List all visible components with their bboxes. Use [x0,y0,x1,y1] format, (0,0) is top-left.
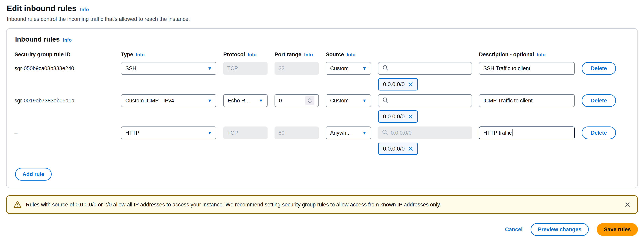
port-range-field-disabled: 80 [274,126,319,139]
source-select-value: Anywh... [330,130,351,136]
protocol-info-link[interactable]: Info [248,52,257,57]
col-header-rule-id: Security group rule ID [14,52,70,58]
type-select[interactable]: Custom ICMP - IPv4 ▼ [121,94,216,107]
preview-changes-button[interactable]: Preview changes [530,223,589,236]
source-chip-row: 0.0.0.0/0 [378,78,472,91]
chevron-down-icon: ▼ [362,98,367,103]
chevron-down-icon: ▼ [208,98,212,103]
warning-text: Rules with source of 0.0.0.0/0 or ::/0 a… [26,202,441,208]
source-info-link[interactable]: Info [347,52,356,57]
source-search-input[interactable] [378,62,472,75]
protocol-value: TCP [227,130,238,136]
cidr-chip-label: 0.0.0.0/0 [383,146,405,152]
col-header-port-range: Port range [274,52,301,58]
source-select[interactable]: Anywh... ▼ [326,126,371,139]
port-range-field-disabled: 22 [274,62,319,75]
description-input-focused[interactable]: HTTP traffic [479,126,575,139]
add-rule-button[interactable]: Add rule [15,168,52,181]
cidr-chip: 0.0.0.0/0 [378,143,418,155]
col-header-description: Description - optional [479,52,534,58]
cidr-chip-label: 0.0.0.0/0 [383,113,405,120]
type-info-link[interactable]: Info [136,52,144,57]
delete-button[interactable]: Delete [582,126,616,139]
rule-row-icmp: sgr-0019eb7383eb05a1a Custom ICMP - IPv4… [14,94,630,123]
protocol-select[interactable]: Echo R... ▼ [223,94,268,107]
source-search-input[interactable] [378,94,472,107]
page-subtitle: Inbound rules control the incoming traff… [7,16,638,22]
search-icon [382,97,388,104]
description-value: ICMP Traffic to client [483,98,532,104]
chevron-down-icon: ▼ [208,66,212,71]
remove-chip-icon[interactable] [408,82,414,87]
source-select[interactable]: Custom ▼ [326,94,371,107]
remove-chip-icon[interactable] [408,146,414,152]
search-icon [382,129,388,137]
port-range-info-link[interactable]: Info [304,52,313,57]
rule-id-text: – [14,126,114,139]
rule-row-http: – HTTP ▼ TCP 80 Anywh... ▼ 0.0.0.0/0 [14,126,630,155]
port-range-value: 22 [278,65,284,72]
warning-icon [14,200,22,209]
port-range-value: 0 [279,98,282,104]
source-select-value: Custom [330,98,348,104]
description-value: HTTP traffic [483,130,512,136]
panel-title-info-link[interactable]: Info [63,37,72,43]
rule-row-ssh: sgr-050b9ca03b833e240 SSH ▼ TCP 22 Custo… [14,62,630,91]
rule-id-text: sgr-0019eb7383eb05a1a [14,94,114,107]
cidr-chip-label: 0.0.0.0/0 [383,81,405,88]
save-rules-button[interactable]: Save rules [597,223,638,236]
search-placeholder: 0.0.0.0/0 [391,130,412,136]
description-info-link[interactable]: Info [537,52,546,57]
source-select[interactable]: Custom ▼ [326,62,371,75]
col-header-type: Type [121,52,133,58]
source-chip-row: 0.0.0.0/0 [378,143,472,155]
description-input[interactable]: SSH Traffic to client [479,62,575,75]
type-select[interactable]: HTTP ▼ [121,126,216,139]
cidr-chip: 0.0.0.0/0 [378,110,418,123]
type-select[interactable]: SSH ▼ [121,62,216,75]
search-icon [382,65,388,72]
source-chip-row: 0.0.0.0/0 [378,110,472,123]
type-select-value: SSH [125,65,136,72]
delete-button[interactable]: Delete [582,94,616,107]
description-input[interactable]: ICMP Traffic to client [479,94,575,107]
page-title: Edit inbound rules [7,4,76,13]
port-range-value: 80 [278,130,284,136]
panel-header: Inbound rules Info [15,35,630,43]
footer-actions: Cancel Preview changes Save rules [6,223,638,236]
source-search-input-disabled: 0.0.0.0/0 [378,126,472,139]
chevron-down-icon: ▼ [362,66,367,71]
chevron-down-icon: ▼ [208,131,212,135]
protocol-field-disabled: TCP [223,62,268,75]
column-headers: Security group rule ID TypeInfo Protocol… [14,52,630,58]
col-header-source: Source [326,52,344,58]
cidr-chip: 0.0.0.0/0 [378,78,418,91]
stepper-arrows[interactable] [305,96,314,105]
col-header-protocol: Protocol [223,52,245,58]
close-icon[interactable] [624,202,630,208]
text-cursor [512,129,512,136]
page-title-info-link[interactable]: Info [80,7,89,12]
port-range-stepper[interactable]: 0 [274,94,319,107]
cancel-button[interactable]: Cancel [505,226,523,233]
type-select-value: HTTP [125,130,140,136]
rule-id-text: sgr-050b9ca03b833e240 [14,62,114,75]
edit-inbound-rules-page: Edit inbound rules Info Inbound rules co… [0,0,644,236]
chevron-down-icon: ▼ [259,98,263,103]
page-header: Edit inbound rules Info [7,4,638,13]
chevron-down-icon: ▼ [362,131,367,135]
panel-title: Inbound rules [15,35,60,43]
protocol-select-value: Echo R... [228,98,250,104]
source-select-value: Custom [330,65,348,72]
remove-chip-icon[interactable] [408,114,414,119]
type-select-value: Custom ICMP - IPv4 [125,98,174,104]
description-value: SSH Traffic to client [483,65,530,72]
inbound-rules-panel: Inbound rules Info Security group rule I… [6,28,638,188]
protocol-field-disabled: TCP [223,126,268,139]
delete-button[interactable]: Delete [582,62,616,75]
warning-banner: Rules with source of 0.0.0.0/0 or ::/0 a… [6,195,638,214]
protocol-value: TCP [227,65,238,72]
